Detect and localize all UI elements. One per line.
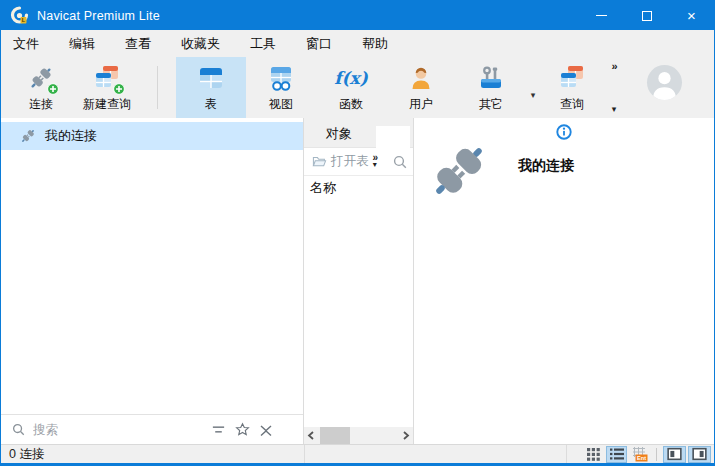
overflow-chevrons-icon[interactable]: » — [611, 60, 616, 72]
close-button[interactable]: × — [669, 1, 714, 30]
search-icon — [9, 421, 27, 439]
table-label: 表 — [205, 96, 217, 113]
objects-panel: 对象 打开表 » ▾ 名称 — [304, 118, 414, 444]
scrollbar-track[interactable] — [318, 427, 399, 444]
search-options-icon[interactable] — [209, 421, 227, 439]
search-input[interactable] — [33, 423, 203, 437]
user-avatar[interactable] — [647, 65, 682, 100]
name-column-header[interactable]: 名称 — [304, 175, 413, 199]
connection-plug-icon — [26, 63, 56, 93]
scrollbar-thumb[interactable] — [320, 427, 350, 444]
toolbar-separator — [157, 66, 158, 109]
connection-name-label: 我的连接 — [518, 157, 574, 175]
objects-search-icon[interactable] — [391, 153, 409, 171]
query-label: 查询 — [560, 96, 584, 113]
title-bar: L Navicat Premium Lite × — [1, 1, 714, 30]
window-title: Navicat Premium Lite — [37, 9, 160, 23]
tree-item-my-connection[interactable]: 我的连接 — [1, 122, 303, 150]
view-toggle-group: Ent — [583, 445, 711, 463]
maximize-icon — [642, 11, 652, 21]
menu-file[interactable]: 文件 — [1, 30, 54, 57]
status-bar: 0 连接 — [1, 444, 714, 463]
function-label: 函数 — [339, 96, 363, 113]
menu-tools[interactable]: 工具 — [235, 30, 291, 57]
dropdown-icon: ▾ — [373, 162, 377, 168]
add-badge-icon — [113, 83, 125, 95]
open-table-button[interactable]: 打开表 — [331, 153, 369, 170]
main-toolbar: 连接 新建查询 — [1, 57, 714, 118]
erd-view-button[interactable]: Ent — [629, 446, 650, 463]
tree-search-bar — [1, 414, 303, 444]
statusbar-divider — [304, 445, 305, 463]
menu-favorites[interactable]: 收藏夹 — [166, 30, 235, 57]
app-window: L Navicat Premium Lite × 文件 编辑 查看 收藏夹 工具… — [0, 0, 715, 466]
connection-summary[interactable]: 我的连接 — [428, 140, 574, 206]
user-icon — [406, 63, 436, 93]
statusbar-icon-separator — [656, 448, 657, 461]
name-column-label: 名称 — [310, 179, 336, 197]
table-button[interactable]: 表 — [176, 57, 246, 118]
grid-view-button[interactable] — [583, 446, 604, 463]
toolbar-overflow: » ▾ — [604, 57, 624, 118]
info-icon[interactable] — [556, 124, 572, 140]
toolbox-icon — [476, 63, 506, 93]
tab-bar-blank — [376, 126, 410, 148]
view-icon — [266, 63, 296, 93]
connection-plug-icon — [19, 127, 37, 145]
other-label: 其它 — [479, 96, 503, 113]
statusbar-divider — [566, 445, 567, 463]
favorites-star-icon[interactable] — [233, 421, 251, 439]
objects-toolbar-overflow[interactable]: » ▾ — [373, 154, 378, 168]
left-pane-toggle-button[interactable] — [663, 446, 686, 463]
navicat-logo-icon: L — [10, 6, 29, 25]
other-dropdown-icon[interactable]: ▾ — [526, 76, 540, 100]
menu-edit[interactable]: 编辑 — [54, 30, 110, 57]
objects-tab-bar: 对象 — [304, 118, 413, 148]
add-badge-icon — [47, 83, 59, 95]
detail-panel: 我的连接 — [414, 118, 714, 444]
erd-badge-label: Ent — [636, 455, 645, 461]
list-view-button[interactable] — [606, 446, 627, 463]
new-query-label: 新建查询 — [83, 96, 131, 113]
scroll-right-icon[interactable] — [399, 427, 413, 444]
menu-view[interactable]: 查看 — [110, 30, 166, 57]
minimize-icon — [596, 15, 607, 16]
maximize-button[interactable] — [624, 1, 669, 30]
function-button[interactable]: f(x) 函数 — [316, 57, 386, 118]
close-icon: × — [687, 8, 696, 23]
collapse-all-icon[interactable] — [257, 421, 275, 439]
scroll-left-icon[interactable] — [304, 427, 318, 444]
function-fx-icon: f(x) — [336, 63, 366, 93]
tree-item-label: 我的连接 — [45, 127, 97, 145]
new-query-icon — [92, 63, 122, 93]
new-query-button[interactable]: 新建查询 — [71, 57, 143, 118]
query-button[interactable]: 查询 — [540, 57, 604, 118]
open-folder-icon — [310, 153, 328, 171]
connection-tree-panel: 我的连接 — [1, 118, 304, 444]
minimize-button[interactable] — [579, 1, 624, 30]
objects-toolbar: 打开表 » ▾ — [304, 148, 413, 175]
window-controls: × — [579, 1, 714, 30]
view-label: 视图 — [269, 96, 293, 113]
view-button[interactable]: 视图 — [246, 57, 316, 118]
user-button[interactable]: 用户 — [386, 57, 456, 118]
connection-plug-icon — [428, 140, 490, 206]
table-icon — [196, 63, 226, 93]
tab-objects[interactable]: 对象 — [326, 125, 352, 143]
other-button[interactable]: 其它 — [456, 57, 526, 118]
connect-label: 连接 — [29, 96, 53, 113]
connect-button[interactable]: 连接 — [11, 57, 71, 118]
menu-help[interactable]: 帮助 — [347, 30, 403, 57]
menu-window[interactable]: 窗口 — [291, 30, 347, 57]
user-label: 用户 — [409, 96, 433, 113]
query-dropdown-icon[interactable]: ▾ — [612, 104, 617, 114]
menu-bar: 文件 编辑 查看 收藏夹 工具 窗口 帮助 — [1, 30, 714, 57]
connections-count: 0 连接 — [1, 446, 44, 463]
main-area: 我的连接 对象 — [1, 118, 714, 444]
right-pane-toggle-button[interactable] — [688, 446, 711, 463]
horizontal-scrollbar[interactable] — [304, 427, 413, 444]
query-icon — [557, 63, 587, 93]
